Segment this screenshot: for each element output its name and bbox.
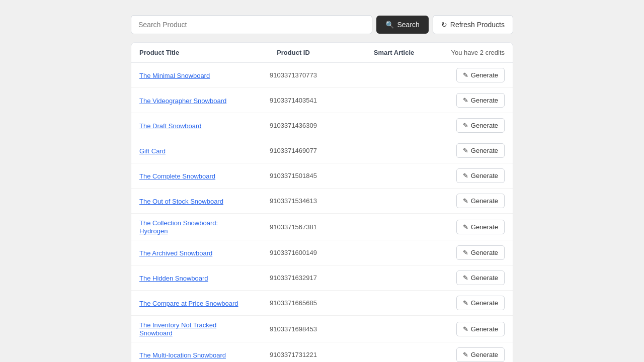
actions-cell: ✎ Generate <box>444 68 505 82</box>
generate-button[interactable]: ✎ Generate <box>456 322 505 336</box>
header-smart-article: Smart Article <box>344 49 444 56</box>
table-row: The Videographer Snowboard 9103371403541… <box>131 88 513 113</box>
products-table: Product Title Product ID Smart Article Y… <box>131 42 513 362</box>
generate-label: Generate <box>471 325 498 333</box>
table-row: The Archived Snowboard 9103371600149 ✎ G… <box>131 240 513 265</box>
table-row: The Compare at Price Snowboard 910337166… <box>131 291 513 316</box>
product-link[interactable]: The Collection Snowboard: Hydrogen <box>139 219 218 235</box>
generate-button[interactable]: ✎ Generate <box>456 347 505 362</box>
generate-button[interactable]: ✎ Generate <box>456 168 505 183</box>
generate-label: Generate <box>471 172 498 179</box>
search-icon: 🔍 <box>385 21 394 29</box>
edit-icon: ✎ <box>463 71 468 79</box>
product-title-cell: The Minimal Snowboard <box>139 71 243 79</box>
product-link[interactable]: The Inventory Not Tracked Snowboard <box>139 321 216 337</box>
product-id-cell: 9103371600149 <box>243 249 344 256</box>
header-product-id: Product ID <box>243 49 344 56</box>
product-title-cell: Gift Card <box>139 147 243 155</box>
table-body: The Minimal Snowboard 9103371370773 ✎ Ge… <box>131 63 513 362</box>
toolbar: 🔍 Search ↻ Refresh Products <box>131 15 513 34</box>
generate-button[interactable]: ✎ Generate <box>456 68 505 82</box>
table-row: The Collection Snowboard: Hydrogen 91033… <box>131 214 513 240</box>
search-label: Search <box>397 21 419 29</box>
search-button[interactable]: 🔍 Search <box>376 16 428 34</box>
generate-button[interactable]: ✎ Generate <box>456 245 505 260</box>
refresh-label: Refresh Products <box>450 21 505 29</box>
table-row: The Hidden Snowboard 9103371632917 ✎ Gen… <box>131 265 513 291</box>
product-link[interactable]: The Compare at Price Snowboard <box>139 300 238 307</box>
generate-button[interactable]: ✎ Generate <box>456 194 505 208</box>
product-title-cell: The Complete Snowboard <box>139 172 243 180</box>
table-row: The Multi-location Snowboard 91033717312… <box>131 342 513 362</box>
edit-icon: ✎ <box>463 325 468 333</box>
product-link[interactable]: The Multi-location Snowboard <box>139 351 226 359</box>
table-row: The Minimal Snowboard 9103371370773 ✎ Ge… <box>131 63 513 88</box>
actions-cell: ✎ Generate <box>444 93 505 108</box>
generate-label: Generate <box>471 122 498 129</box>
product-id-cell: 9103371632917 <box>243 274 344 282</box>
generate-button[interactable]: ✎ Generate <box>456 143 505 158</box>
generate-button[interactable]: ✎ Generate <box>456 93 505 108</box>
generate-button[interactable]: ✎ Generate <box>456 270 505 285</box>
edit-icon: ✎ <box>463 147 468 154</box>
product-title-cell: The Collection Snowboard: Hydrogen <box>139 219 243 235</box>
product-title-cell: The Hidden Snowboard <box>139 274 243 282</box>
generate-label: Generate <box>471 147 498 154</box>
edit-icon: ✎ <box>463 299 468 307</box>
product-link[interactable]: The Minimal Snowboard <box>139 72 210 79</box>
product-id-cell: 9103371534613 <box>243 197 344 205</box>
actions-cell: ✎ Generate <box>444 118 505 133</box>
table-header: Product Title Product ID Smart Article Y… <box>131 43 513 63</box>
product-id-cell: 9103371436309 <box>243 122 344 129</box>
generate-label: Generate <box>471 223 498 231</box>
edit-icon: ✎ <box>463 249 468 256</box>
table-row: The Inventory Not Tracked Snowboard 9103… <box>131 316 513 342</box>
edit-icon: ✎ <box>463 223 468 231</box>
product-id-cell: 9103371698453 <box>243 325 344 333</box>
actions-cell: ✎ Generate <box>444 270 505 285</box>
actions-cell: ✎ Generate <box>444 347 505 362</box>
actions-cell: ✎ Generate <box>444 322 505 336</box>
refresh-icon: ↻ <box>441 21 447 29</box>
product-title-cell: The Videographer Snowboard <box>139 97 243 105</box>
product-link[interactable]: The Videographer Snowboard <box>139 97 226 105</box>
product-title-cell: The Multi-location Snowboard <box>139 351 243 359</box>
actions-cell: ✎ Generate <box>444 220 505 234</box>
generate-label: Generate <box>471 351 498 358</box>
product-link[interactable]: The Out of Stock Snowboard <box>139 198 223 205</box>
product-link[interactable]: The Complete Snowboard <box>139 172 215 180</box>
product-title-cell: The Out of Stock Snowboard <box>139 197 243 205</box>
edit-icon: ✎ <box>463 351 468 358</box>
table-row: Gift Card 9103371469077 ✎ Generate <box>131 138 513 163</box>
actions-cell: ✎ Generate <box>444 296 505 310</box>
product-title-cell: The Draft Snowboard <box>139 122 243 130</box>
actions-cell: ✎ Generate <box>444 143 505 158</box>
refresh-button[interactable]: ↻ Refresh Products <box>433 15 513 34</box>
search-input[interactable] <box>131 15 372 34</box>
generate-button[interactable]: ✎ Generate <box>456 118 505 133</box>
generate-button[interactable]: ✎ Generate <box>456 220 505 234</box>
generate-button[interactable]: ✎ Generate <box>456 296 505 310</box>
product-title-cell: The Archived Snowboard <box>139 249 243 257</box>
product-id-cell: 9103371731221 <box>243 351 344 358</box>
product-id-cell: 9103371567381 <box>243 223 344 231</box>
product-id-cell: 9103371403541 <box>243 97 344 104</box>
product-link[interactable]: The Draft Snowboard <box>139 122 202 130</box>
edit-icon: ✎ <box>463 197 468 205</box>
table-row: The Draft Snowboard 9103371436309 ✎ Gene… <box>131 113 513 138</box>
actions-cell: ✎ Generate <box>444 168 505 183</box>
actions-cell: ✎ Generate <box>444 245 505 260</box>
generate-label: Generate <box>471 299 498 307</box>
product-id-cell: 9103371469077 <box>243 147 344 154</box>
edit-icon: ✎ <box>463 122 468 129</box>
actions-cell: ✎ Generate <box>444 194 505 208</box>
generate-label: Generate <box>471 249 498 256</box>
generate-label: Generate <box>471 274 498 282</box>
main-container: 🔍 Search ↻ Refresh Products Product Titl… <box>131 0 513 362</box>
product-link[interactable]: Gift Card <box>139 147 166 155</box>
product-id-cell: 9103371501845 <box>243 172 344 179</box>
edit-icon: ✎ <box>463 97 468 104</box>
product-link[interactable]: The Hidden Snowboard <box>139 275 208 282</box>
product-link[interactable]: The Archived Snowboard <box>139 249 212 257</box>
product-id-cell: 9103371370773 <box>243 71 344 79</box>
